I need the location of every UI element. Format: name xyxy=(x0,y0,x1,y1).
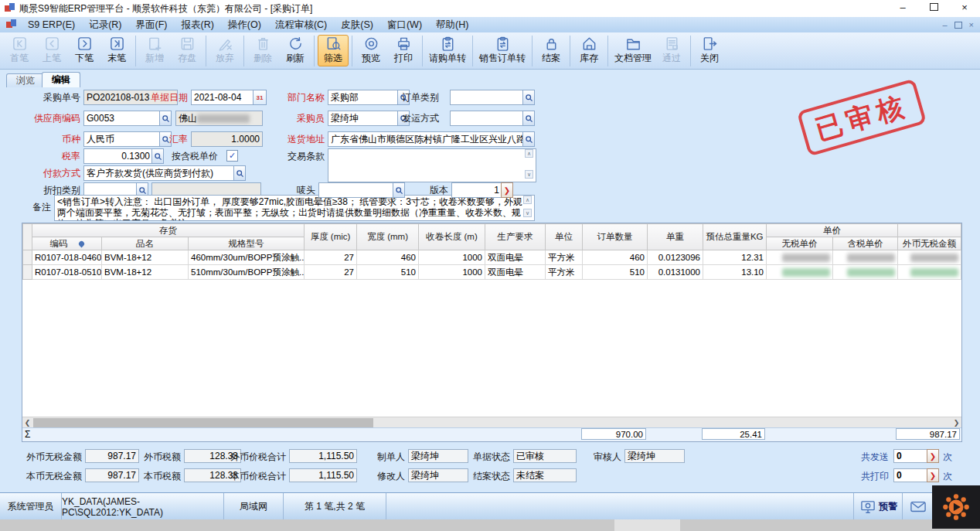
grid-col-fc_amount[interactable]: 外币无税金额 xyxy=(898,237,961,250)
toolbar-button-close-case[interactable]: 结案 xyxy=(536,35,567,66)
ship-method-lookup-button[interactable] xyxy=(522,111,535,126)
dept-field[interactable]: 采购部 xyxy=(328,90,399,105)
supplier-code-field[interactable]: G0053 xyxy=(83,111,161,126)
grid-horizontal-scrollbar[interactable]: ❮ ❯ xyxy=(22,417,961,428)
tax-included-checkbox[interactable]: ✓ xyxy=(226,150,238,162)
grid-col-thickness[interactable]: 厚度 (mic) xyxy=(305,224,357,250)
cell-code[interactable]: R0107-018-0510-... xyxy=(32,265,102,280)
toolbar-button-refresh[interactable]: 刷新 xyxy=(280,35,311,66)
toolbar-button-so-transfer[interactable]: 销售订单转 xyxy=(476,35,529,66)
cell-prod_req[interactable]: 双面电晕 xyxy=(485,250,546,265)
toolbar-button-last[interactable]: 末笔 xyxy=(101,35,132,66)
supplier-lookup-button[interactable] xyxy=(159,111,172,126)
menu-workflow[interactable]: 流程审核(C) xyxy=(268,17,334,32)
tab-browse[interactable]: 浏览 xyxy=(6,73,45,87)
alert-label[interactable]: 预警 xyxy=(879,500,897,513)
shipping-mark-lookup-button[interactable] xyxy=(393,182,405,198)
cell-est_weight[interactable]: 13.10 xyxy=(703,265,767,280)
close-button[interactable]: × xyxy=(949,0,980,17)
toolbar-button-pr-transfer[interactable]: 请购单转 xyxy=(426,35,469,66)
scroll-up-icon[interactable]: ∧ xyxy=(525,149,533,158)
toolbar-button-inventory[interactable]: 库存 xyxy=(573,35,604,66)
table-row[interactable]: R0107-018-0510-...BVM-18+12510mm/30um/BO… xyxy=(23,265,961,280)
sent-count-value[interactable]: 0 xyxy=(893,449,929,463)
cell-width[interactable]: 460 xyxy=(357,250,419,265)
print-count-spinner-button[interactable]: ❯ xyxy=(927,468,939,482)
toolbar-button-print[interactable]: 打印 xyxy=(388,35,419,66)
menu-record[interactable]: 记录(R) xyxy=(82,17,128,32)
tab-edit[interactable]: 编辑 xyxy=(42,72,80,87)
table-row[interactable]: R0107-018-0460-...BVM-18+12460mm/30um/BO… xyxy=(23,250,961,265)
print-count-value[interactable]: 0 xyxy=(893,468,929,482)
mdi-close-button[interactable]: × xyxy=(969,20,974,29)
toolbar-button-filter[interactable]: 筛选 xyxy=(318,35,349,66)
grid-col-qty[interactable]: 订单数量 xyxy=(583,224,648,250)
alert-monitor-icon[interactable] xyxy=(860,500,876,514)
menu-s9erp[interactable]: S9 ERP(E) xyxy=(21,17,82,32)
grid-col-est_weight[interactable]: 预估总重量KG xyxy=(703,224,767,250)
cell-unit_weight[interactable]: 0.0123096 xyxy=(648,250,703,265)
grid-col-name[interactable]: 品名 xyxy=(102,237,189,250)
cell-qty[interactable]: 510 xyxy=(583,265,648,280)
minimize-button[interactable]: – xyxy=(887,0,918,17)
payment-field[interactable]: 客户齐款发货(供应商货到付款) xyxy=(83,165,235,181)
mdi-minimize-button[interactable]: – xyxy=(942,20,947,29)
calendar-icon[interactable]: 31 xyxy=(253,90,267,105)
restore-button[interactable] xyxy=(918,0,949,17)
cell-prod_req[interactable]: 双面电晕 xyxy=(485,265,546,280)
order-type-field[interactable] xyxy=(450,90,524,105)
grid-col-unit_weight[interactable]: 单重 xyxy=(648,224,703,250)
buyer-field[interactable]: 梁绮坤 xyxy=(328,111,399,126)
menu-window[interactable]: 窗口(W) xyxy=(380,17,429,32)
cell-est_weight[interactable]: 12.31 xyxy=(703,250,767,265)
grid-col-length[interactable]: 收卷长度 (m) xyxy=(419,224,485,250)
scroll-down-icon[interactable]: ∨ xyxy=(525,170,533,179)
scroll-up-icon[interactable]: ∧ xyxy=(523,196,532,204)
tax-rate-field[interactable]: 0.1300 xyxy=(83,148,153,164)
grid-col-unit[interactable]: 单位 xyxy=(546,224,583,250)
grid-col-width[interactable]: 宽度 (mm) xyxy=(357,224,419,250)
toolbar-button-close-form[interactable]: 关闭 xyxy=(694,35,725,66)
toolbar-button-next[interactable]: 下笔 xyxy=(69,35,100,66)
toolbar-button-preview[interactable]: 预览 xyxy=(356,35,386,66)
cell-width[interactable]: 510 xyxy=(357,265,419,280)
menu-operation[interactable]: 操作(O) xyxy=(221,17,268,32)
address-lookup-button[interactable] xyxy=(522,131,535,147)
cell-unit[interactable]: 平方米 xyxy=(546,250,583,265)
row-selector[interactable] xyxy=(23,265,32,280)
mdi-restore-button[interactable] xyxy=(954,22,962,29)
doc-date-field[interactable]: 2021-08-04 xyxy=(191,90,254,105)
scrollbar-thumb[interactable] xyxy=(33,418,373,427)
mail-icon[interactable] xyxy=(910,500,926,514)
cell-name[interactable]: BVM-18+12 xyxy=(102,250,189,265)
cell-thickness[interactable]: 27 xyxy=(305,250,357,265)
ship-method-field[interactable] xyxy=(450,111,524,126)
sent-count-spinner-button[interactable]: ❯ xyxy=(927,449,939,463)
payment-lookup-button[interactable] xyxy=(233,165,246,181)
delivery-address-field[interactable]: 广东省佛山市顺德区陈村镇广隆工业区兴业八路9号之一 xyxy=(328,131,524,147)
cell-spec[interactable]: 510mm/30um/BOPP预涂触... xyxy=(189,265,305,280)
cell-spec[interactable]: 460mm/30um/BOPP预涂触... xyxy=(189,250,305,265)
menu-interface[interactable]: 界面(F) xyxy=(129,17,175,32)
row-selector[interactable] xyxy=(23,250,32,265)
version-spinner-button[interactable]: ❯ xyxy=(501,182,513,198)
tax-rate-lookup-button[interactable] xyxy=(151,148,164,164)
grid-col-code[interactable]: 编码 xyxy=(32,237,102,250)
trade-terms-textarea[interactable] xyxy=(328,148,536,182)
scroll-right-icon[interactable]: ❯ xyxy=(951,417,961,427)
grid-col-price_with_tax[interactable]: 含税单价 xyxy=(833,237,898,250)
cell-unit_weight[interactable]: 0.0131000 xyxy=(648,265,703,280)
cell-unit[interactable]: 平方米 xyxy=(546,265,583,280)
cell-length[interactable]: 1000 xyxy=(419,250,485,265)
grid-col-price_no_tax[interactable]: 无税单价 xyxy=(767,237,833,250)
scroll-down-icon[interactable]: ∨ xyxy=(523,209,532,217)
cell-code[interactable]: R0107-018-0460-... xyxy=(32,250,102,265)
menu-skin[interactable]: 皮肤(S) xyxy=(334,17,380,32)
cell-length[interactable]: 1000 xyxy=(419,265,485,280)
cell-thickness[interactable]: 27 xyxy=(305,265,357,280)
remark-textarea[interactable]: <销售订单>转入注意： 出口国外订单， 厚度要够27mic,胶面电晕值≥38； … xyxy=(54,195,535,221)
toolbar-button-doc-manage[interactable]: 文档管理 xyxy=(611,35,655,66)
grid-col-spec[interactable]: 规格型号 xyxy=(189,237,305,250)
cell-name[interactable]: BVM-18+12 xyxy=(102,265,189,280)
cell-qty[interactable]: 460 xyxy=(583,250,648,265)
